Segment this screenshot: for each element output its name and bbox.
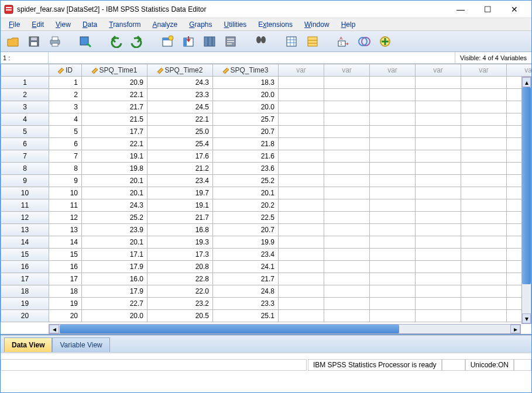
cell[interactable] (416, 199, 461, 212)
cell[interactable]: 17.9 (82, 261, 147, 273)
row-header[interactable]: 18 (1, 285, 49, 298)
row-header[interactable]: 6 (1, 138, 49, 150)
cell[interactable] (324, 175, 370, 187)
cell[interactable] (416, 249, 461, 261)
cell[interactable]: 16.0 (82, 273, 147, 285)
cell[interactable] (324, 285, 370, 298)
cell[interactable]: 24.5 (147, 101, 213, 113)
cell[interactable] (324, 138, 370, 150)
cell[interactable] (370, 126, 416, 138)
cell[interactable] (416, 224, 461, 236)
cell[interactable] (461, 113, 507, 126)
show-all-variables-icon[interactable] (376, 33, 394, 50)
cell[interactable] (370, 298, 416, 310)
column-header-empty[interactable]: var (416, 64, 461, 77)
scroll-left-icon[interactable]: ◂ (49, 325, 59, 333)
cell[interactable]: 11 (49, 199, 82, 212)
row-header[interactable]: 4 (1, 113, 49, 126)
column-header-t2[interactable]: SPQ_Time2 (147, 64, 213, 77)
menu-extensions[interactable]: Extensions (252, 19, 298, 30)
cell[interactable] (370, 175, 416, 187)
cell[interactable] (279, 150, 324, 163)
cell[interactable] (279, 249, 324, 261)
row-header[interactable]: 15 (1, 249, 49, 261)
cell[interactable] (279, 261, 324, 273)
cell[interactable] (370, 89, 416, 101)
row-header[interactable]: 20 (1, 310, 49, 322)
cell[interactable]: 17.7 (82, 126, 147, 138)
cell[interactable]: 19.1 (147, 199, 213, 212)
cell[interactable]: 18.3 (213, 77, 279, 89)
column-header-empty[interactable]: var (279, 64, 324, 77)
cell[interactable] (370, 236, 416, 249)
horizontal-scrollbar[interactable]: ◂ ▸ (49, 324, 521, 334)
cell[interactable] (370, 199, 416, 212)
cell[interactable] (279, 212, 324, 224)
cell[interactable] (279, 138, 324, 150)
run-script-icon[interactable] (222, 33, 239, 50)
recall-dialog-icon[interactable] (77, 33, 94, 50)
cell[interactable] (416, 285, 461, 298)
cell[interactable] (370, 101, 416, 113)
cell[interactable]: 21.7 (213, 273, 279, 285)
cell[interactable] (324, 77, 370, 89)
cell[interactable]: 14 (49, 236, 82, 249)
cell[interactable]: 22.1 (147, 113, 213, 126)
open-icon[interactable] (4, 33, 22, 50)
value-labels-icon[interactable]: A1 (334, 33, 352, 50)
cell[interactable]: 23.9 (82, 224, 147, 236)
cell[interactable] (324, 163, 370, 175)
cell[interactable] (279, 77, 324, 89)
print-icon[interactable] (46, 33, 64, 50)
cell[interactable] (461, 249, 507, 261)
cell[interactable] (461, 285, 507, 298)
cell[interactable] (416, 77, 461, 89)
split-file-icon[interactable] (283, 33, 300, 50)
cell[interactable] (461, 224, 507, 236)
cell[interactable]: 12 (49, 212, 82, 224)
cell[interactable] (324, 126, 370, 138)
save-icon[interactable] (25, 33, 43, 50)
cell[interactable] (461, 199, 507, 212)
menu-window[interactable]: Window (298, 19, 335, 30)
row-header[interactable]: 13 (1, 224, 49, 236)
cell[interactable]: 22.1 (82, 89, 147, 101)
use-sets-icon[interactable] (355, 33, 373, 50)
cell[interactable] (279, 273, 324, 285)
cell[interactable] (416, 150, 461, 163)
cell[interactable] (461, 212, 507, 224)
cell[interactable]: 25.4 (147, 138, 213, 150)
cell[interactable]: 19.7 (147, 187, 213, 199)
cell[interactable]: 20.1 (82, 187, 147, 199)
cell[interactable] (461, 273, 507, 285)
row-header[interactable]: 17 (1, 273, 49, 285)
cell[interactable]: 20.0 (213, 89, 279, 101)
row-header[interactable]: 2 (1, 89, 49, 101)
maximize-button[interactable]: ☐ (474, 1, 501, 18)
cell[interactable] (279, 126, 324, 138)
cell[interactable]: 17.9 (82, 285, 147, 298)
cell[interactable]: 23.3 (213, 298, 279, 310)
cell[interactable]: 22.5 (213, 212, 279, 224)
cell[interactable] (416, 212, 461, 224)
find-icon[interactable] (252, 33, 270, 50)
vertical-scrollbar[interactable]: ▴ ▾ (521, 77, 531, 324)
cell[interactable]: 21.6 (213, 150, 279, 163)
cell[interactable]: 21.7 (147, 212, 213, 224)
cell[interactable]: 6 (49, 138, 82, 150)
cell[interactable]: 23.4 (213, 249, 279, 261)
menu-help[interactable]: Help (335, 19, 362, 30)
cell[interactable] (416, 126, 461, 138)
cell[interactable] (416, 310, 461, 322)
cell[interactable] (416, 175, 461, 187)
cell[interactable]: 22.0 (147, 285, 213, 298)
cell[interactable]: 20.9 (82, 77, 147, 89)
cell[interactable]: 9 (49, 175, 82, 187)
cell[interactable] (279, 101, 324, 113)
row-header[interactable]: 11 (1, 199, 49, 212)
cell[interactable] (324, 187, 370, 199)
cell[interactable] (416, 138, 461, 150)
cell[interactable]: 24.8 (213, 285, 279, 298)
menu-transform[interactable]: Transform (103, 19, 146, 30)
cell[interactable] (279, 310, 324, 322)
